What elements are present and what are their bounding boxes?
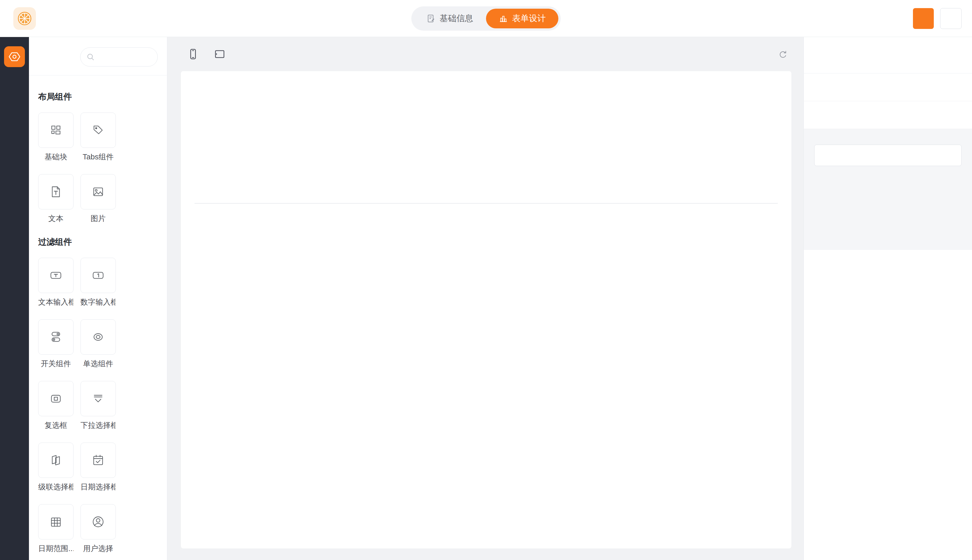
- component-box: [38, 258, 73, 293]
- component-label: 文本: [38, 213, 73, 223]
- tablet-icon: [213, 48, 226, 60]
- checkbox-icon: [49, 392, 62, 405]
- component-box: [38, 319, 73, 355]
- component-box: [80, 258, 116, 293]
- header-tab-基础信息[interactable]: 基础信息: [414, 9, 486, 28]
- component-user[interactable]: 用户选择: [80, 504, 116, 559]
- blocks-icon: [49, 123, 62, 137]
- component-date-range[interactable]: 日期范围...: [38, 504, 73, 559]
- chart-tabs: [195, 182, 778, 203]
- component-label: 开关组件: [38, 359, 73, 369]
- select-icon: [92, 392, 105, 405]
- search-input[interactable]: [99, 53, 150, 62]
- component-grid: 文本输入框数字输入框开关组件单选组件复选框下拉选择框级联选择框日期选择框日期范围…: [38, 258, 158, 560]
- component-box: [80, 381, 116, 416]
- component-switch[interactable]: 开关组件: [38, 319, 73, 374]
- component-box: [80, 443, 116, 478]
- component-label: 单选组件: [80, 359, 116, 369]
- orange-logo-icon: [17, 10, 33, 27]
- component-label: 图片: [80, 213, 116, 223]
- component-label: 级联选择框: [38, 482, 73, 492]
- device-phone-button[interactable]: [181, 42, 205, 66]
- component-box: [80, 174, 116, 209]
- left-rail: [0, 37, 29, 560]
- header-tab-label: 表单设计: [512, 13, 546, 24]
- form-icon: [426, 14, 436, 23]
- component-date[interactable]: 日期选择框: [80, 443, 116, 497]
- component-label: 数字输入框: [80, 297, 116, 307]
- search-icon: [86, 53, 95, 61]
- component-label: 下拉选择框: [80, 420, 116, 430]
- date-icon: [92, 453, 105, 467]
- phone-icon: [187, 48, 199, 60]
- input-number-icon: [92, 269, 105, 282]
- component-box: [38, 174, 73, 209]
- form-design-sheet[interactable]: [181, 71, 792, 548]
- component-label: Tabs组件: [80, 152, 116, 162]
- save-button[interactable]: [913, 8, 934, 29]
- component-text-doc[interactable]: 文本: [38, 174, 73, 229]
- dataset-section-row[interactable]: [804, 101, 972, 129]
- header-tab-表单设计[interactable]: 表单设计: [486, 9, 558, 28]
- component-box: [80, 504, 116, 540]
- component-box: [38, 113, 73, 148]
- canvas-toolbar: [167, 37, 803, 71]
- dataset-select[interactable]: [814, 145, 962, 166]
- canvas-area: [167, 37, 803, 560]
- rail-components-button[interactable]: [4, 46, 25, 67]
- date-range-icon: [49, 515, 62, 528]
- component-box: [80, 113, 116, 148]
- component-label: 复选框: [38, 420, 73, 430]
- component-label: 基础块: [38, 152, 73, 162]
- radio-icon: [92, 330, 105, 343]
- section-title: 过滤组件: [38, 236, 158, 248]
- component-data-row[interactable]: [804, 73, 972, 101]
- component-input-text[interactable]: 文本输入框: [38, 258, 73, 312]
- dataset-config-block: [804, 129, 972, 250]
- component-box: [38, 504, 73, 540]
- component-cascade[interactable]: 级联选择框: [38, 443, 73, 497]
- component-grid: 基础块Tabs组件文本图片: [38, 113, 158, 229]
- chart-icon: [499, 14, 508, 23]
- reset-form-button[interactable]: [778, 50, 792, 59]
- component-box: [80, 319, 116, 355]
- component-blocks[interactable]: 基础块: [38, 113, 73, 167]
- component-label: 文本输入框: [38, 297, 73, 307]
- app-header: 基础信息表单设计: [0, 0, 972, 37]
- header-actions: [913, 8, 962, 29]
- hexagon-icon: [8, 50, 21, 63]
- input-text-icon: [49, 269, 62, 282]
- component-input-number[interactable]: 数字输入框: [80, 258, 116, 312]
- header-nav-tabs: 基础信息表单设计: [411, 7, 561, 31]
- user-icon: [92, 515, 105, 528]
- component-box: [38, 443, 73, 478]
- component-label: 日期范围...: [38, 543, 73, 553]
- refresh-icon: [778, 50, 787, 59]
- device-tablet-button[interactable]: [207, 42, 232, 66]
- component-tag[interactable]: Tabs组件: [80, 113, 116, 167]
- component-image[interactable]: 图片: [80, 174, 116, 229]
- cascade-icon: [49, 453, 62, 467]
- component-label: 日期选择框: [80, 482, 116, 492]
- text-doc-icon: [49, 185, 62, 198]
- component-checkbox[interactable]: 复选框: [38, 381, 73, 436]
- inspector-panel: [803, 37, 972, 560]
- component-search[interactable]: [80, 47, 158, 67]
- component-label: 用户选择: [80, 543, 116, 553]
- component-radio[interactable]: 单选组件: [80, 319, 116, 374]
- app-logo: [13, 7, 36, 30]
- tag-icon: [92, 123, 105, 137]
- header-tab-label: 基础信息: [440, 13, 473, 24]
- component-select[interactable]: 下拉选择框: [80, 381, 116, 436]
- back-button[interactable]: [940, 8, 962, 29]
- component-panel: 布局组件基础块Tabs组件文本图片过滤组件文本输入框数字输入框开关组件单选组件复…: [29, 37, 167, 560]
- switch-icon: [49, 330, 62, 343]
- component-box: [38, 381, 73, 416]
- section-title: 布局组件: [38, 91, 158, 103]
- image-icon: [92, 185, 105, 198]
